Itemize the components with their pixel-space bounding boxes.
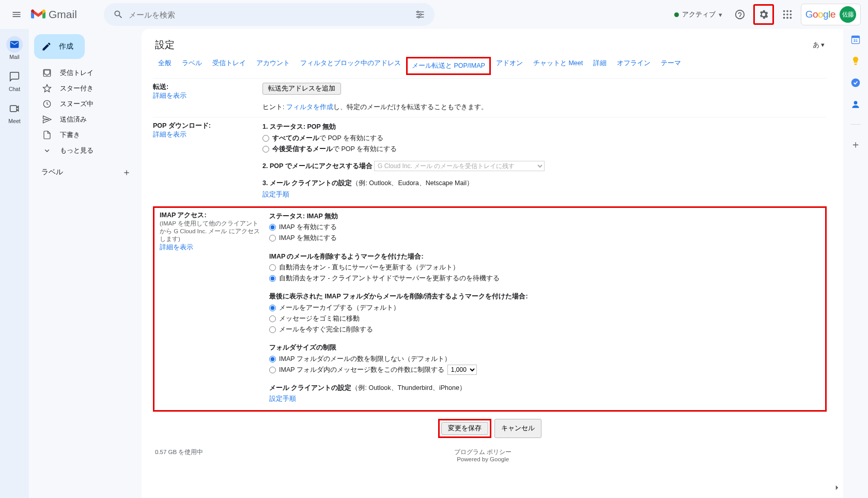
section-forwarding: 転送: 詳細を表示 転送先アドレスを追加 ヒント: フィルタを作成し、特定のメー… (153, 78, 827, 117)
imap-limit-select[interactable]: 1,000 (447, 365, 477, 375)
side-panel-toggle[interactable] (831, 481, 843, 494)
svg-point-16 (851, 79, 860, 87)
draft-icon (42, 130, 52, 140)
tab-advanced[interactable]: 詳細 (588, 57, 612, 75)
right-addons-rail: 31 ＋ (843, 0, 868, 498)
nav-drafts[interactable]: 下書き (31, 127, 141, 143)
search-options-button[interactable] (410, 4, 430, 25)
nav-more[interactable]: もっと見る (31, 143, 141, 158)
svg-point-8 (789, 13, 792, 16)
pop-detail-link[interactable]: 詳細を表示 (153, 131, 187, 138)
section-imap-highlight: IMAP アクセス: (IMAP を使用して他のクライアントから G Cloud… (153, 206, 827, 412)
rail-mail[interactable]: Mail (2, 33, 27, 63)
save-button[interactable]: 変更を保存 (441, 422, 488, 435)
compose-button[interactable]: 作成 (34, 34, 85, 59)
keep-addon-icon[interactable] (850, 56, 861, 66)
settings-footer: 0.57 GB を使用中 プログラム ポリシー Powered by Googl… (153, 445, 827, 465)
mail-icon (9, 39, 20, 50)
tab-filters[interactable]: フィルタとブロック中のアドレス (295, 57, 406, 75)
page-title: 設定 (155, 38, 175, 52)
pop-enable-all-radio[interactable]: すべてのメールで POP を有効にする (262, 133, 827, 144)
google-logo[interactable]: Google 佐藤 (801, 4, 861, 25)
forwarding-detail-link[interactable]: 詳細を表示 (153, 92, 187, 99)
help-icon (734, 9, 746, 20)
search-bar[interactable] (104, 3, 435, 26)
imap-expunge-on-radio[interactable]: 自動消去をオン - 直ちにサーバーを更新する（デフォルト） (269, 262, 820, 273)
contacts-addon-icon[interactable] (850, 99, 861, 110)
calendar-addon-icon[interactable]: 31 (850, 34, 861, 44)
tab-labels[interactable]: ラベル (177, 57, 207, 75)
status-dot-icon (674, 12, 679, 17)
inbox-icon (42, 68, 52, 78)
send-icon (42, 115, 52, 124)
rail-chat[interactable]: Chat (2, 65, 27, 95)
tab-themes[interactable]: テーマ (656, 57, 686, 75)
sidebar: 作成 受信トレイ スター付き スヌーズ中 送信済み 下書き もっと見る ラベル … (29, 0, 141, 498)
status-button[interactable]: アクティブ ▾ (670, 8, 726, 21)
main-menu-button[interactable] (4, 2, 29, 27)
left-app-rail: Mail Chat Meet (0, 0, 29, 498)
tab-chat-meet[interactable]: チャットと Meet (528, 57, 588, 75)
tab-offline[interactable]: オフライン (612, 57, 656, 75)
add-label-button[interactable]: ＋ (120, 165, 133, 179)
search-icon[interactable] (108, 4, 129, 25)
svg-point-7 (786, 13, 788, 16)
svg-point-11 (789, 17, 792, 19)
svg-point-4 (786, 10, 788, 12)
tab-forwarding-pop-imap[interactable]: メール転送と POP/IMAP (406, 57, 491, 75)
nav-snoozed[interactable]: スヌーズ中 (31, 96, 141, 112)
settings-panel: 設定 あ ▾ 全般 ラベル 受信トレイ アカウント フィルタとブロック中のアドレ… (142, 29, 843, 498)
imap-disable-radio[interactable]: IMAP を無効にする (269, 233, 820, 244)
status-label: アクティブ (682, 10, 716, 19)
search-input[interactable] (129, 10, 410, 19)
pencil-icon (41, 41, 52, 52)
pop-access-select[interactable]: G Cloud Inc. メール のメールを受信トレイに残す (374, 161, 545, 171)
nav-inbox[interactable]: 受信トレイ (31, 65, 141, 81)
meet-icon (9, 103, 20, 114)
imap-trash-radio[interactable]: メッセージをゴミ箱に移動 (269, 313, 820, 324)
add-forwarding-address-button[interactable]: 転送先アドレスを追加 (262, 83, 341, 95)
gmail-logo[interactable]: Gmail (31, 8, 77, 21)
svg-point-5 (789, 10, 792, 12)
imap-archive-radio[interactable]: メールをアーカイブする（デフォルト） (269, 303, 820, 313)
create-filter-link[interactable]: フィルタを作成 (286, 103, 333, 111)
tune-icon (415, 9, 425, 20)
imap-expunge-off-radio[interactable]: 自動消去をオフ - クライアントサイドでサーバーを更新するのを待機する (269, 273, 820, 284)
nav-sent[interactable]: 送信済み (31, 112, 141, 127)
tab-inbox[interactable]: 受信トレイ (207, 57, 251, 75)
tasks-addon-icon[interactable] (850, 78, 861, 88)
tab-accounts[interactable]: アカウント (251, 57, 295, 75)
pop-instructions-link[interactable]: 設定手順 (262, 191, 289, 198)
input-language-button[interactable]: あ ▾ (813, 41, 825, 50)
menu-icon (11, 9, 22, 20)
svg-text:31: 31 (854, 38, 858, 43)
labels-header: ラベル ＋ (29, 158, 141, 182)
gear-icon (758, 9, 769, 20)
imap-nolimit-radio[interactable]: IMAP フォルダのメールの数を制限しない（デフォルト） (269, 354, 820, 365)
account-avatar[interactable]: 佐藤 (840, 6, 856, 23)
svg-point-3 (783, 10, 785, 12)
get-addons-button[interactable]: ＋ (850, 139, 861, 149)
support-button[interactable] (730, 4, 750, 25)
program-policy-link[interactable]: プログラム ポリシー (454, 449, 512, 455)
tab-general[interactable]: 全般 (153, 57, 177, 75)
google-apps-button[interactable] (777, 4, 798, 25)
imap-limit-radio[interactable]: IMAP フォルダ内のメッセージ数をこの件数に制限する 1,000 (269, 365, 820, 375)
settings-gear-button[interactable] (753, 4, 774, 25)
tab-addons[interactable]: アドオン (491, 57, 528, 75)
rail-meet[interactable]: Meet (2, 97, 27, 127)
imap-delete-radio[interactable]: メールを今すぐ完全に削除する (269, 324, 820, 335)
apps-grid-icon (782, 9, 793, 20)
cancel-button[interactable]: キャンセル (494, 419, 541, 438)
nav-starred[interactable]: スター付き (31, 81, 141, 96)
star-icon (42, 84, 52, 93)
svg-point-10 (786, 17, 788, 19)
svg-point-9 (783, 17, 785, 19)
clock-icon (42, 99, 52, 109)
chevron-down-icon: ▾ (719, 11, 722, 19)
imap-instructions-link[interactable]: 設定手順 (269, 395, 296, 402)
pop-enable-now-radio[interactable]: 今後受信するメールで POP を有効にする (262, 144, 827, 155)
imap-enable-radio[interactable]: IMAP を有効にする (269, 222, 820, 233)
imap-detail-link[interactable]: 詳細を表示 (160, 244, 193, 251)
svg-point-17 (854, 101, 858, 104)
